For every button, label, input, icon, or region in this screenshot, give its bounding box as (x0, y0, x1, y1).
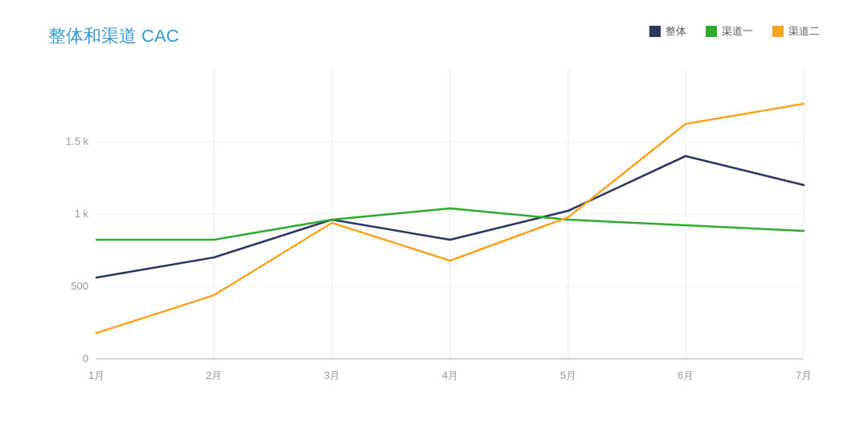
legend-label-zhengti: 整体 (665, 24, 686, 39)
legend-color-zhengti (649, 26, 661, 37)
svg-text:6月: 6月 (678, 369, 694, 381)
svg-text:1 k: 1 k (75, 208, 89, 220)
chart-container: 整体和渠道 CAC 整体 渠道一 渠道二 0 500 (0, 0, 868, 428)
svg-text:1.5 k: 1.5 k (66, 135, 89, 147)
chart-legend: 整体 渠道一 渠道二 (649, 24, 820, 39)
svg-text:2月: 2月 (206, 369, 222, 381)
svg-text:3月: 3月 (324, 369, 340, 381)
legend-item-qudao2: 渠道二 (772, 24, 820, 39)
chart-area: 0 500 1 k 1.5 k 1月 2月 3月 4月 5月 6月 7月 (48, 61, 836, 402)
legend-item-qudao1: 渠道一 (706, 24, 753, 39)
svg-text:0: 0 (83, 352, 88, 364)
svg-text:5月: 5月 (560, 369, 576, 381)
svg-text:4月: 4月 (442, 369, 458, 381)
legend-label-qudao2: 渠道二 (788, 24, 820, 39)
svg-text:1月: 1月 (88, 369, 104, 381)
legend-item-zhengti: 整体 (649, 24, 686, 39)
legend-color-qudao2 (772, 26, 784, 37)
svg-text:7月: 7月 (796, 369, 812, 381)
legend-color-qudao1 (706, 26, 717, 37)
chart-svg: 0 500 1 k 1.5 k 1月 2月 3月 4月 5月 6月 7月 (48, 61, 820, 399)
svg-text:500: 500 (71, 280, 88, 292)
legend-label-qudao1: 渠道一 (722, 24, 753, 39)
